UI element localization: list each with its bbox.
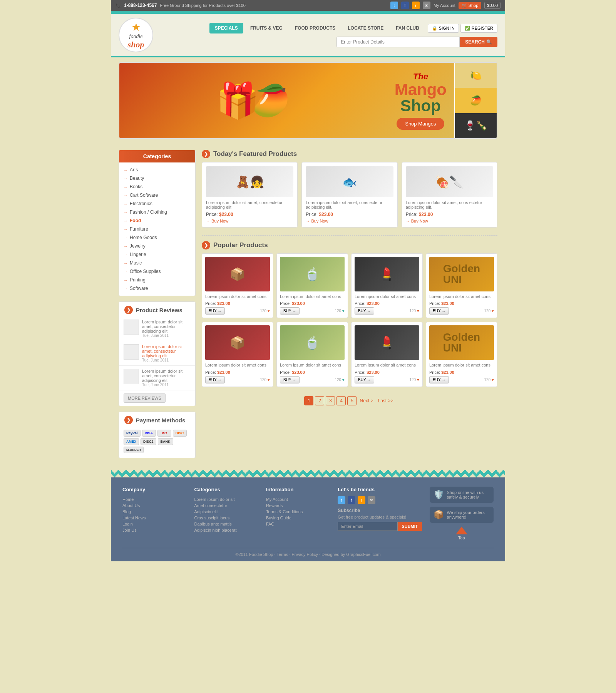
page-5[interactable]: 5	[347, 396, 357, 405]
logo-shop-text: shop	[128, 40, 144, 50]
category-home-goods[interactable]: →Home Goods	[119, 233, 195, 242]
footer-cat-3[interactable]: Adipiscin elit	[194, 509, 258, 515]
footer-terms[interactable]: Terms & Conditions	[266, 509, 330, 515]
footer-news[interactable]: Latest News	[122, 515, 186, 521]
more-reviews-button[interactable]: MORE REVIEWS	[124, 393, 166, 403]
buy-button-8[interactable]: BUY →	[429, 376, 449, 383]
categories-list: →Arts →Beauty →Books →Cart Software →Ele…	[119, 162, 195, 296]
products-area: ❯ Today's Featured Products 🧸👧 Lorem ips…	[202, 150, 497, 464]
category-printing[interactable]: →Printing	[119, 276, 195, 284]
twitter-icon[interactable]: t	[390, 2, 398, 9]
email-input[interactable]	[338, 522, 398, 531]
footer-twitter-icon[interactable]: t	[338, 496, 345, 504]
footer-faq[interactable]: FAQ	[266, 521, 330, 527]
search-input[interactable]	[336, 37, 460, 47]
footer-cat-5[interactable]: Dapibus ante mattis	[194, 521, 258, 527]
category-food[interactable]: →Food	[119, 216, 195, 225]
footer-cat-4[interactable]: Cras suscipit lacus	[194, 515, 258, 521]
nav-fruits[interactable]: FRUITS & VEG	[245, 23, 288, 33]
footer-home[interactable]: Home	[122, 496, 186, 502]
footer-rss-icon[interactable]: r	[358, 496, 365, 504]
footer-company-links: Home About Us Blog Latest News Login Joi…	[122, 496, 186, 533]
footer-my-account[interactable]: My Account	[266, 496, 330, 502]
footer-join[interactable]: Join Us	[122, 527, 186, 533]
nav-food-products[interactable]: FOOD PRODUCTS	[290, 23, 341, 33]
main-content: Categories →Arts →Beauty →Books →Cart So…	[111, 144, 505, 470]
top-arrow-icon	[456, 527, 467, 534]
phone-icon: 📞	[116, 3, 121, 8]
banner-gift-icon: 🎁	[216, 80, 259, 121]
buy-button-3[interactable]: BUY →	[355, 307, 374, 315]
teal-top-border	[111, 11, 505, 14]
popular-img-5: 📦	[205, 325, 270, 360]
footer-cat-1[interactable]: Lorem ipsum dolor sit	[194, 496, 258, 502]
page-2[interactable]: 2	[315, 396, 324, 405]
category-books[interactable]: →Books	[119, 182, 195, 191]
banner-thumb-2: 🥭	[454, 88, 497, 113]
page-next[interactable]: Next >	[358, 398, 375, 403]
category-jewelry[interactable]: →Jewelry	[119, 242, 195, 250]
shop-button[interactable]: 🛒 Shop	[459, 2, 482, 9]
footer-email-icon[interactable]: ✉	[368, 496, 375, 504]
category-furniture[interactable]: →Furniture	[119, 225, 195, 233]
category-cart-software[interactable]: →Cart Software	[119, 191, 195, 199]
featured-price-2: Price: $23.00	[306, 212, 393, 217]
footer-facebook-icon[interactable]: f	[348, 496, 355, 504]
search-button[interactable]: SEARCH 🔍	[460, 37, 497, 47]
facebook-icon[interactable]: f	[401, 2, 409, 9]
footer-cat-6[interactable]: Adipiscin nibh placerat	[194, 527, 258, 533]
buy-button-2[interactable]: BUY →	[280, 307, 300, 315]
nav-fan-club[interactable]: FAN CLUB	[390, 23, 425, 33]
my-account-link[interactable]: My Account	[434, 3, 455, 8]
footer-cat-2[interactable]: Amet consectetur	[194, 502, 258, 509]
rss-icon[interactable]: r	[412, 2, 420, 9]
sign-in-button[interactable]: 🔒 SIGN IN	[428, 24, 459, 33]
featured-buy-1[interactable]: → Buy Now	[206, 219, 293, 223]
review-text-2: Lorem ipsum dolor sit amet, consectetur …	[142, 344, 191, 362]
footer-trust: 🛡️ Shop online with us safely & securely…	[430, 487, 494, 540]
category-music[interactable]: →Music	[119, 259, 195, 267]
category-fashion[interactable]: →Fashion / Clothing	[119, 208, 195, 216]
nav-specials[interactable]: SPECIALS	[209, 23, 243, 33]
footer-blog[interactable]: Blog	[122, 509, 186, 515]
submit-button[interactable]: SUBMIT	[398, 522, 422, 531]
category-software[interactable]: →Software	[119, 284, 195, 293]
page-1[interactable]: 1	[304, 396, 313, 405]
footer-buying-guide[interactable]: Buying Guide	[266, 515, 330, 521]
review-item-3: Lorem ipsum dolor sit amet, consectetur …	[119, 366, 195, 390]
buy-button-4[interactable]: BUY →	[429, 307, 449, 315]
featured-buy-3[interactable]: → Buy Now	[406, 219, 493, 223]
buy-button-7[interactable]: BUY →	[355, 376, 374, 383]
email-icon[interactable]: ✉	[423, 2, 430, 9]
categories-header: Categories	[119, 150, 195, 162]
category-lingerie[interactable]: →Lingerie	[119, 250, 195, 259]
footer-login[interactable]: Login	[122, 521, 186, 527]
reviews-title: ❯ Product Reviews	[119, 302, 195, 316]
buy-button-1[interactable]: BUY →	[205, 307, 225, 315]
featured-buy-2[interactable]: → Buy Now	[306, 219, 393, 223]
register-button[interactable]: ✅ REGISTER	[460, 24, 497, 33]
buy-button-5[interactable]: BUY →	[205, 376, 225, 383]
featured-item-2: 🐟 Lorem ipsum dolor sit amet, cons ectet…	[301, 162, 397, 228]
footer-social-icons: t f r ✉	[338, 496, 422, 504]
popular-img-2: 🍵	[280, 257, 345, 291]
shipping-text: Free Ground Shipping for Products over $…	[160, 3, 246, 8]
banner-shop-text: Shop	[400, 98, 441, 114]
logo[interactable]: ★ foodie shop	[119, 18, 153, 52]
footer-rewards[interactable]: Rewards	[266, 502, 330, 509]
footer-about[interactable]: About Us	[122, 502, 186, 509]
category-beauty[interactable]: →Beauty	[119, 174, 195, 182]
page-last[interactable]: Last >>	[376, 398, 395, 403]
page-3[interactable]: 3	[326, 396, 335, 405]
reviews-icon: ❯	[124, 306, 133, 314]
category-arts[interactable]: →Arts	[119, 166, 195, 174]
buy-button-6[interactable]: BUY →	[280, 376, 300, 383]
like-count-5: 120 ♥	[260, 378, 270, 382]
shop-mangos-button[interactable]: Shop Mangos	[397, 118, 444, 130]
category-electronics[interactable]: →Electronics	[119, 199, 195, 208]
category-office-supplies[interactable]: →Office Supplies	[119, 267, 195, 276]
popular-img-6: 🍵	[280, 325, 345, 360]
page-4[interactable]: 4	[336, 396, 346, 405]
top-link[interactable]: Top	[430, 527, 494, 540]
nav-locate-store[interactable]: LOCATE STORE	[342, 23, 389, 33]
